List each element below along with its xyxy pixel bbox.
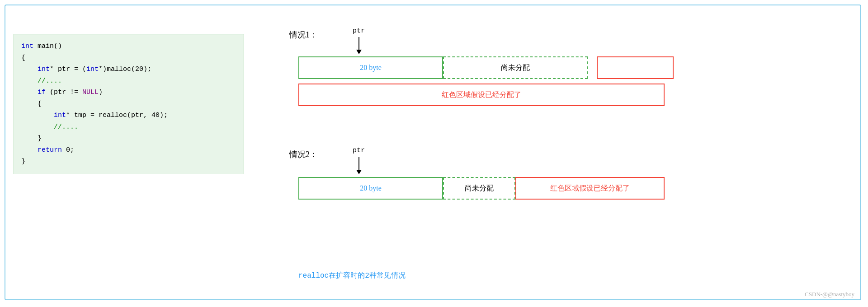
keyword-if: if (38, 88, 46, 96)
case2-mem-row: 20 byte 尚未分配 红色区域假设已经分配了 (298, 177, 665, 200)
code-panel: int main() { int* ptr = (int*)malloc(20)… (14, 34, 244, 174)
case1-box3 (597, 56, 674, 79)
code-line-11: } (21, 156, 236, 167)
case1-arrow (356, 37, 362, 54)
code-line-6: { (21, 98, 236, 110)
keyword-int2: int (38, 65, 50, 73)
case1-arrow-head (356, 50, 362, 54)
case2-box2: 尚未分配 (443, 177, 515, 200)
code-line-1: int main() (21, 41, 236, 52)
code-line-8: //.... (21, 121, 236, 133)
case2-arrow (356, 157, 362, 174)
code-line-4: //.... (21, 75, 236, 87)
keyword-null: NULL (82, 88, 99, 96)
case1-gap (588, 56, 597, 79)
code-line-2: { (21, 52, 236, 64)
code-line-3: int* ptr = (int*)malloc(20); (21, 64, 236, 75)
case1-box1: 20 byte (298, 56, 443, 79)
case2-ptr-label: ptr (353, 147, 365, 154)
keyword-int4: int (54, 112, 66, 119)
watermark: CSDN-@@nastyboy (805, 291, 854, 298)
code-line-10: return 0; (21, 144, 236, 156)
case2-arrow-head (356, 170, 362, 174)
code-line-9: } (21, 133, 236, 144)
case2-box3-label: 红色区域假设已经分配了 (550, 184, 630, 193)
case1-red-bar: 红色区域假设已经分配了 (298, 84, 665, 106)
case1-box2: 尚未分配 (443, 56, 588, 79)
keyword-int3: int (86, 65, 99, 73)
keyword-int: int (21, 42, 33, 50)
case1-arrow-shaft (359, 37, 359, 50)
caption: realloc在扩容时的2种常见情况 (298, 271, 406, 280)
case1-mem-row: 20 byte 尚未分配 (298, 56, 674, 79)
case2-box1: 20 byte (298, 177, 443, 200)
code-line-5: if (ptr != NULL) (21, 87, 236, 98)
code-line-7: int* tmp = realloc(ptr, 40); (21, 110, 236, 121)
case1-label: 情况1： (289, 29, 318, 40)
case2-box3: 红色区域假设已经分配了 (515, 177, 665, 200)
keyword-return: return (38, 146, 62, 154)
case1-red-bar-label: 红色区域假设已经分配了 (442, 90, 521, 100)
case1-ptr-label: ptr (353, 27, 365, 35)
case2-arrow-shaft (359, 157, 359, 170)
case2-label: 情况2： (289, 149, 318, 160)
